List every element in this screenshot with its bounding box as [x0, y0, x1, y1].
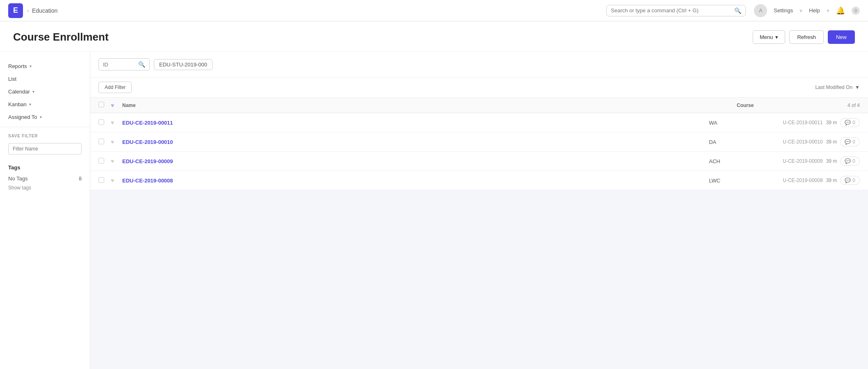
row-comment-bubble[interactable]: 💬 0 — [840, 137, 860, 146]
top-navigation: E › Education 🔍 A Settings ▾ Help ▾ 🔔 0 — [0, 0, 868, 21]
sidebar-item-reports[interactable]: Reports ▾ — [0, 60, 90, 73]
row-checkbox-cell — [98, 119, 111, 126]
table-row[interactable]: ♥ EDU-CE-2019-00009 ACH U-CE-2019-00009 … — [90, 152, 868, 171]
menu-button[interactable]: Menu ▾ — [753, 30, 786, 44]
assigned-to-chevron-icon: ▾ — [40, 115, 42, 119]
sort-bar: Add Filter Last Modified On ▼ — [90, 77, 868, 98]
add-filter-button[interactable]: Add Filter — [98, 82, 132, 93]
row-comment-bubble[interactable]: 💬 0 — [840, 157, 860, 166]
avatar[interactable]: A — [754, 4, 767, 17]
table-header: ♥ Name Course 4 of 4 — [90, 98, 868, 113]
row-checkbox[interactable] — [98, 119, 104, 125]
comment-icon: 💬 — [845, 139, 851, 145]
comment-count: 0 — [852, 158, 855, 164]
row-heart-icon: ♥ — [111, 139, 114, 145]
row-info: U-CE-2019-00009 39 m 💬 0 — [783, 157, 860, 166]
row-comment-bubble[interactable]: 💬 0 — [840, 176, 860, 185]
row-name: EDU-CE-2019-00010 — [122, 139, 709, 145]
settings-button[interactable]: Settings — [774, 7, 793, 14]
row-time: 39 m — [826, 178, 837, 183]
active-filter-value: EDU-STU-2019-000 — [159, 61, 207, 68]
header-checkbox-cell — [98, 102, 111, 109]
row-heart-icon: ♥ — [111, 119, 114, 126]
filter-name-input[interactable] — [8, 143, 82, 155]
show-tags-link[interactable]: Show tags — [8, 183, 82, 192]
sidebar-divider — [0, 127, 90, 127]
row-heart-cell[interactable]: ♥ — [111, 119, 122, 126]
notification-badge: 0 — [852, 7, 860, 15]
kanban-chevron-icon: ▾ — [29, 102, 31, 107]
header-heart-icon: ♥ — [111, 102, 114, 109]
filter-bar: 🔍 EDU-STU-2019-000 — [90, 52, 868, 77]
new-button[interactable]: New — [828, 30, 855, 44]
row-checkbox[interactable] — [98, 158, 104, 164]
col-header-course: Course — [737, 102, 811, 108]
breadcrumb-text: Education — [32, 7, 57, 14]
no-tags-count: 8 — [79, 176, 82, 182]
save-filter-label: SAVE FILTER — [0, 130, 90, 140]
row-comment-bubble[interactable]: 💬 0 — [840, 118, 860, 127]
comment-icon: 💬 — [845, 158, 851, 164]
row-heart-cell[interactable]: ♥ — [111, 158, 122, 164]
page-title: Course Enrollment — [13, 31, 109, 43]
comment-count: 0 — [852, 178, 855, 183]
row-ref: U-CE-2019-00011 — [783, 120, 822, 125]
tags-section: Tags No Tags 8 Show tags — [0, 158, 90, 196]
help-button[interactable]: Help — [809, 7, 820, 14]
row-heart-icon: ♥ — [111, 177, 114, 184]
table-row[interactable]: ♥ EDU-CE-2019-00011 WA U-CE-2019-00011 3… — [90, 113, 868, 132]
sidebar: Reports ▾ List Calendar ▾ Kanban ▾ Assig… — [0, 52, 90, 369]
row-ref: U-CE-2019-00009 — [783, 158, 822, 164]
calendar-chevron-icon: ▾ — [32, 89, 34, 94]
sidebar-item-list[interactable]: List — [0, 73, 90, 85]
header-heart-cell: ♥ — [111, 102, 122, 109]
comment-icon: 💬 — [845, 120, 851, 125]
row-time: 39 m — [826, 139, 837, 145]
sort-direction-icon: ▼ — [855, 84, 860, 90]
sort-label[interactable]: Last Modified On ▼ — [815, 84, 860, 90]
app-logo: E — [8, 3, 23, 18]
row-checkbox[interactable] — [98, 139, 104, 144]
notifications-icon[interactable]: 🔔 — [836, 6, 845, 15]
active-filter-tag[interactable]: EDU-STU-2019-000 — [154, 59, 212, 70]
sidebar-item-assigned-to[interactable]: Assigned To ▾ — [0, 111, 90, 123]
reports-chevron-icon: ▾ — [30, 64, 32, 68]
row-heart-cell[interactable]: ♥ — [111, 177, 122, 184]
sidebar-item-calendar[interactable]: Calendar ▾ — [0, 85, 90, 98]
row-time: 39 m — [826, 158, 837, 164]
id-filter-input[interactable] — [103, 61, 136, 68]
topnav-actions: A Settings ▾ Help ▾ 🔔 0 — [754, 4, 860, 17]
comment-count: 0 — [852, 120, 855, 125]
id-filter[interactable]: 🔍 — [98, 58, 150, 71]
search-input[interactable] — [611, 7, 732, 14]
table: ♥ Name Course 4 of 4 ♥ EDU-CE-2019-00011… — [90, 98, 868, 190]
select-all-checkbox[interactable] — [98, 102, 104, 107]
refresh-button[interactable]: Refresh — [789, 30, 824, 44]
id-search-icon: 🔍 — [138, 61, 145, 68]
row-info: U-CE-2019-00011 39 m 💬 0 — [783, 118, 860, 127]
sort-label-text: Last Modified On — [815, 84, 852, 90]
row-info: U-CE-2019-00008 39 m 💬 0 — [783, 176, 860, 185]
content-area: 🔍 EDU-STU-2019-000 Add Filter Last Modif… — [90, 52, 868, 369]
row-course: DA — [709, 139, 783, 145]
row-ref: U-CE-2019-00010 — [783, 139, 822, 145]
menu-chevron-icon: ▾ — [775, 34, 778, 40]
no-tags-item[interactable]: No Tags 8 — [8, 174, 82, 183]
breadcrumb-chevron: › — [27, 8, 29, 14]
row-checkbox[interactable] — [98, 177, 104, 183]
row-checkbox-cell — [98, 177, 111, 184]
table-row[interactable]: ♥ EDU-CE-2019-00008 LWC U-CE-2019-00008 … — [90, 171, 868, 190]
row-heart-icon: ♥ — [111, 158, 114, 164]
row-course: WA — [709, 120, 783, 126]
header-actions: Menu ▾ Refresh New — [753, 30, 855, 44]
record-count: 4 of 4 — [811, 102, 860, 108]
table-body: ♥ EDU-CE-2019-00011 WA U-CE-2019-00011 3… — [90, 113, 868, 190]
comment-icon: 💬 — [845, 178, 851, 183]
global-search[interactable]: 🔍 — [606, 5, 746, 16]
row-heart-cell[interactable]: ♥ — [111, 139, 122, 145]
sidebar-item-kanban[interactable]: Kanban ▾ — [0, 98, 90, 111]
col-header-name: Name — [122, 102, 737, 108]
page-header: Course Enrollment Menu ▾ Refresh New — [0, 21, 868, 52]
row-course: ACH — [709, 158, 783, 164]
table-row[interactable]: ♥ EDU-CE-2019-00010 DA U-CE-2019-00010 3… — [90, 132, 868, 152]
